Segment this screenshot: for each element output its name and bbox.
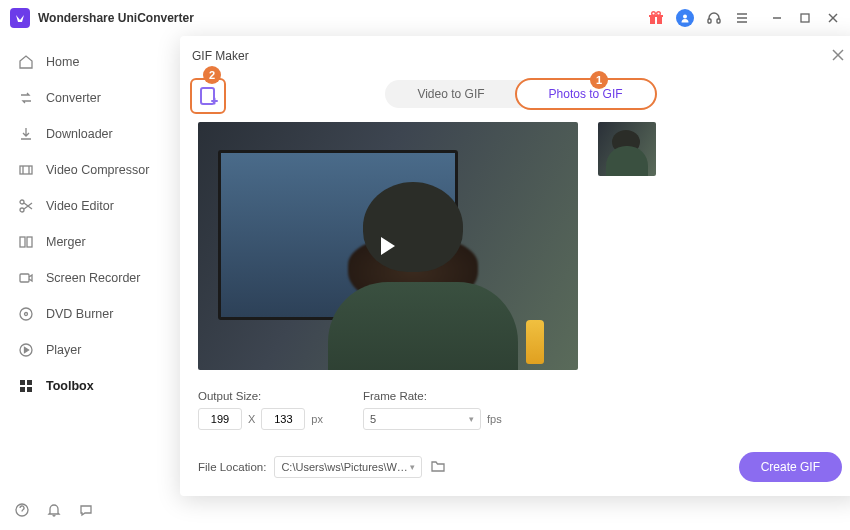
home-icon [18,54,34,70]
annotation-badge-2: 2 [203,66,221,84]
svg-point-3 [652,12,656,16]
svg-rect-27 [27,387,32,392]
sidebar-item-dvdburner[interactable]: DVD Burner [0,296,180,332]
sidebar-item-downloader[interactable]: Downloader [0,116,180,152]
sidebar-item-videocompressor[interactable]: Video Compressor [0,152,180,188]
menu-icon[interactable] [734,10,750,26]
annotation-badge-1: 1 [590,71,608,89]
sidebar-item-label: Player [46,343,81,357]
app-logo [10,8,30,28]
help-icon[interactable] [14,502,32,520]
toolbox-icon [18,378,34,394]
create-gif-button[interactable]: Create GIF [739,452,842,482]
sidebar-item-screenrecorder[interactable]: Screen Recorder [0,260,180,296]
tab-switcher: Video to GIF Photos to GIF [385,80,654,108]
status-bar [14,502,96,520]
svg-rect-25 [27,380,32,385]
tab-video-to-gif[interactable]: Video to GIF [385,80,516,108]
px-unit: px [311,413,323,425]
fps-unit: fps [487,413,502,425]
headset-icon[interactable] [706,10,722,26]
svg-point-21 [20,308,32,320]
x-separator: X [248,413,255,425]
compress-icon [18,162,34,178]
sidebar-item-label: Video Editor [46,199,114,213]
frame-rate-select[interactable]: 5▾ [363,408,481,430]
svg-rect-19 [27,237,32,247]
scissors-icon [18,198,34,214]
output-width-input[interactable] [198,408,242,430]
sidebar-item-player[interactable]: Player [0,332,180,368]
svg-point-5 [683,15,687,19]
sidebar-item-toolbox[interactable]: Toolbox [0,368,180,404]
sidebar: Home Converter Downloader Video Compress… [0,36,180,530]
bell-icon[interactable] [46,502,64,520]
sidebar-item-label: Screen Recorder [46,271,141,285]
sidebar-item-label: Home [46,55,79,69]
merge-icon [18,234,34,250]
dialog-title: GIF Maker [192,49,249,63]
svg-rect-12 [801,14,809,22]
converter-icon [18,90,34,106]
minimize-button[interactable] [770,11,784,25]
gif-maker-dialog: GIF Maker 1 2 Video to GIF Photos to GIF [180,36,850,496]
file-location-label: File Location: [198,461,266,473]
sidebar-item-label: Video Compressor [46,163,149,177]
dialog-close-button[interactable] [830,47,848,65]
app-title: Wondershare UniConverter [38,11,194,25]
svg-rect-24 [20,380,25,385]
sidebar-item-label: DVD Burner [46,307,113,321]
play-icon [18,342,34,358]
output-size-label: Output Size: [198,390,323,402]
svg-rect-7 [717,19,720,23]
avatar-icon[interactable] [676,9,694,27]
download-icon [18,126,34,142]
svg-rect-18 [20,237,25,247]
chevron-down-icon: ▾ [410,462,415,472]
maximize-button[interactable] [798,11,812,25]
gift-icon[interactable] [648,10,664,26]
disc-icon [18,306,34,322]
sidebar-item-label: Converter [46,91,101,105]
sidebar-item-converter[interactable]: Converter [0,80,180,116]
output-height-input[interactable] [261,408,305,430]
tab-photos-to-gif[interactable]: Photos to GIF [515,78,657,110]
sidebar-item-label: Toolbox [46,379,94,393]
open-folder-button[interactable] [430,458,448,476]
sidebar-item-home[interactable]: Home [0,44,180,80]
svg-rect-20 [20,274,29,282]
sidebar-item-label: Merger [46,235,86,249]
svg-point-4 [657,12,661,16]
svg-rect-15 [20,166,32,174]
svg-rect-1 [655,16,657,24]
record-icon [18,270,34,286]
titlebar: Wondershare UniConverter [0,0,850,36]
photo-thumbnail[interactable] [598,122,656,176]
preview-area[interactable] [198,122,578,370]
svg-rect-26 [20,387,25,392]
svg-point-16 [20,200,24,204]
add-file-icon [198,86,218,106]
sidebar-item-label: Downloader [46,127,113,141]
svg-point-17 [20,208,24,212]
svg-rect-6 [708,19,711,23]
play-button-icon[interactable] [381,237,395,255]
svg-point-22 [25,313,28,316]
sidebar-item-videoeditor[interactable]: Video Editor [0,188,180,224]
file-location-select[interactable]: C:\Users\ws\Pictures\Wondersh▾ [274,456,422,478]
frame-rate-label: Frame Rate: [363,390,502,402]
sidebar-item-merger[interactable]: Merger [0,224,180,260]
feedback-icon[interactable] [78,502,96,520]
svg-rect-2 [649,15,663,17]
chevron-down-icon: ▾ [469,414,474,424]
close-button[interactable] [826,11,840,25]
